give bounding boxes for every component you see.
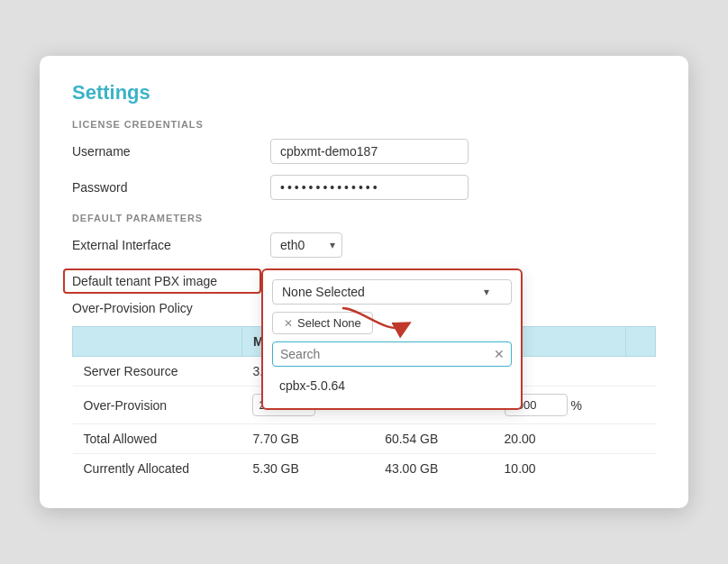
password-input[interactable] xyxy=(270,175,469,200)
row-label-alloc: Currently Allocated xyxy=(73,454,242,484)
x-icon: ✕ xyxy=(284,317,293,330)
search-clear-button[interactable]: ✕ xyxy=(487,347,511,361)
row-disk-total: 60.54 GB xyxy=(374,424,493,454)
row-label-total: Total Allowed xyxy=(73,424,242,454)
pbx-image-row: Default tenant PBX image None Selected ▾… xyxy=(72,268,656,294)
password-row: Password xyxy=(72,175,656,200)
row-memory-alloc: 5.30 GB xyxy=(241,454,374,484)
table-row: Currently Allocated 5.30 GB 43.00 GB 10.… xyxy=(73,454,656,484)
password-label: Password xyxy=(72,180,270,195)
col-header-5 xyxy=(625,327,655,357)
row-label-overprov: Over-Provision xyxy=(73,387,242,424)
pbx-dropdown-panel: None Selected ▾ ✕ Select None ✕ cpbx-5.0… xyxy=(261,268,523,410)
over-provision-label: Over-Provision Policy xyxy=(72,301,270,315)
page-title: Settings xyxy=(72,81,656,105)
external-interface-select[interactable]: eth0 xyxy=(270,232,342,258)
row-memory-total: 7.70 GB xyxy=(241,424,374,454)
external-interface-select-wrapper: eth0 ▾ xyxy=(270,232,342,258)
search-input[interactable] xyxy=(273,342,487,366)
username-input[interactable] xyxy=(270,139,469,164)
dropdown-arrow-icon: ▾ xyxy=(484,286,489,298)
table-row: Total Allowed 7.70 GB 60.54 GB 20.00 xyxy=(73,424,656,454)
row-col5-overprov xyxy=(625,387,655,424)
col-header-name xyxy=(73,327,242,357)
row-col5-total xyxy=(625,424,655,454)
row-col4-alloc: 10.00 xyxy=(494,454,626,484)
col4-pct-label: % xyxy=(571,398,582,413)
none-selected-button[interactable]: None Selected ▾ xyxy=(272,279,512,305)
username-label: Username xyxy=(72,144,270,159)
none-selected-label: None Selected xyxy=(282,285,365,299)
pbx-image-label: Default tenant PBX image xyxy=(63,268,261,294)
row-col5-alloc xyxy=(625,454,655,484)
defaults-section-label: DEFAULT PARAMETERS xyxy=(72,213,656,223)
select-none-button[interactable]: ✕ Select None xyxy=(272,312,373,334)
external-interface-row: External Interface eth0 ▾ xyxy=(72,232,656,258)
username-row: Username xyxy=(72,139,656,164)
row-col5-server xyxy=(625,357,655,387)
license-section-label: LICENSE CREDENTIALS xyxy=(72,119,656,130)
row-disk-alloc: 43.00 GB xyxy=(374,454,493,484)
settings-card: Settings LICENSE CREDENTIALS Username Pa… xyxy=(40,56,688,508)
search-input-wrap: ✕ xyxy=(272,341,512,367)
external-interface-label: External Interface xyxy=(72,238,270,252)
row-label-server: Server Resource xyxy=(73,357,242,387)
dropdown-option-cpbx[interactable]: cpbx-5.0.64 xyxy=(272,372,512,399)
row-col4-total: 20.00 xyxy=(494,424,626,454)
select-none-label: Select None xyxy=(297,316,361,330)
